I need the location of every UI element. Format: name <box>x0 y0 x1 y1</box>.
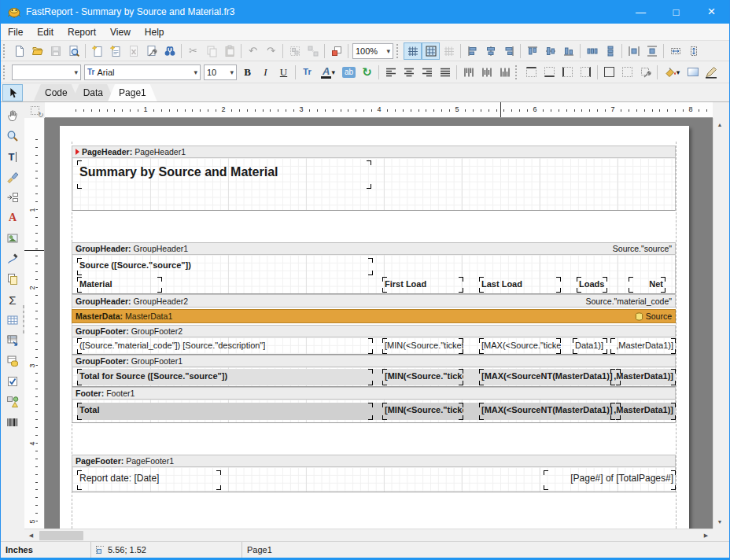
background-color-button[interactable] <box>684 64 702 81</box>
frame-left-button[interactable] <box>559 64 577 81</box>
center-h-in-band-button[interactable] <box>625 42 643 60</box>
text-align-right-button[interactable] <box>418 64 436 81</box>
checkbox-object-button[interactable] <box>2 371 23 392</box>
toolbar-grip[interactable] <box>3 44 7 58</box>
band-header-groupfooter1[interactable]: GroupFooter:GroupFooter1 <box>72 355 676 367</box>
menu-file[interactable]: File <box>1 24 30 40</box>
select-tool-button[interactable] <box>2 84 23 101</box>
highlight-button[interactable]: ab <box>340 64 358 81</box>
column-header-net[interactable]: Net <box>629 277 665 293</box>
close-button[interactable]: × <box>694 0 729 24</box>
toolbar-grip[interactable] <box>396 44 400 58</box>
vertical-scrollbar[interactable]: ▲ ▼ <box>713 118 726 529</box>
horizontal-scroll-thumb[interactable] <box>39 531 83 540</box>
minimize-button[interactable]: — <box>623 0 658 24</box>
scroll-right-button[interactable]: ▶ <box>699 529 713 542</box>
align-rights-button[interactable] <box>500 42 518 60</box>
bring-to-front-button[interactable] <box>327 42 345 60</box>
frame-right-button[interactable] <box>577 64 595 81</box>
min-ticket-object[interactable]: [MIN(<Source."ticket_di <box>382 369 463 385</box>
toolbar-grip[interactable] <box>3 65 7 79</box>
min-ticket-object[interactable]: [MIN(<Source."ticket_di <box>382 338 463 354</box>
shape-object-button[interactable] <box>2 392 23 412</box>
align-bottoms-button[interactable] <box>559 42 577 60</box>
align-centers-button[interactable] <box>481 42 500 60</box>
draw-object-button[interactable] <box>2 249 23 269</box>
picture-object-button[interactable] <box>2 228 23 249</box>
text-align-justify-button[interactable] <box>436 64 454 81</box>
valign-bottom-button[interactable] <box>496 64 514 81</box>
sum-object[interactable]: ,MasterData1)] <box>610 338 676 354</box>
band-header-groupheader2[interactable]: GroupHeader:GroupHeader2 Source."materia… <box>72 294 676 308</box>
band-header-pageheader1[interactable]: PageHeader:PageHeader1 <box>72 146 676 158</box>
new-page-button[interactable] <box>88 42 106 60</box>
zoom-select[interactable]: 100%▾ <box>352 43 393 59</box>
menu-view[interactable]: View <box>103 24 138 40</box>
size-to-grid-button[interactable] <box>440 42 458 60</box>
save-report-button[interactable] <box>46 42 65 60</box>
scroll-up-button[interactable]: ▲ <box>713 118 726 131</box>
menu-help[interactable]: Help <box>138 24 171 40</box>
maximize-button[interactable]: □ <box>658 0 694 24</box>
scroll-down-button[interactable]: ▼ <box>713 515 726 529</box>
preview-button[interactable] <box>65 42 83 60</box>
material-description-object[interactable]: ([Source."material_code"]) [Source."desc… <box>77 338 373 354</box>
page-number-object[interactable]: [Page#] of [TotalPages#] <box>544 470 676 490</box>
horizontal-scrollbar[interactable]: ◀ ▶ <box>24 529 713 541</box>
align-to-grid-button[interactable] <box>422 42 440 60</box>
style-select[interactable]: ▾ <box>12 64 81 80</box>
text-color-button[interactable]: A▾ <box>316 64 340 81</box>
ruler-corner[interactable]: ↻ <box>24 102 45 118</box>
column-header-last-load[interactable]: Last Load <box>479 277 561 293</box>
toolbar-grip[interactable] <box>515 65 519 79</box>
same-width-button[interactable] <box>666 42 684 60</box>
report-title-object[interactable]: Summary by Source and Material <box>77 160 371 189</box>
max-count-object[interactable]: [MAX(<SourceNT(MasterData1)] <box>479 369 621 385</box>
frame-color-button[interactable] <box>702 64 720 81</box>
data-object-button[interactable] <box>2 351 23 371</box>
fill-color-button[interactable]: ▾ <box>660 64 684 81</box>
underline-button[interactable]: U <box>275 64 293 81</box>
table-object-button[interactable] <box>2 310 23 330</box>
max-ticket-object[interactable]: [MAX(<Source."ticket_c <box>479 338 561 354</box>
italic-button[interactable]: I <box>256 64 275 81</box>
band-header-masterdata1[interactable]: MasterData:MasterData1 Source <box>72 309 676 323</box>
align-middles-button[interactable] <box>541 42 559 60</box>
scroll-left-button[interactable]: ◀ <box>24 529 38 542</box>
column-header-first-load[interactable]: First Load <box>382 277 463 293</box>
text-editor-tool-button[interactable]: T <box>2 146 23 167</box>
paste-button[interactable] <box>220 42 238 60</box>
font-name-select[interactable]: TrArial▾ <box>84 64 201 80</box>
space-vertically-button[interactable] <box>601 42 619 60</box>
delete-page-button[interactable] <box>124 42 142 60</box>
cut-button[interactable]: ✂ <box>184 42 202 60</box>
barcode-object-button[interactable] <box>2 412 23 433</box>
space-horizontally-button[interactable] <box>583 42 601 60</box>
count-object[interactable]: Data1)] <box>573 338 607 354</box>
sum-object[interactable]: ,MasterData1)] <box>610 403 676 420</box>
copy-button[interactable] <box>202 42 220 60</box>
max-count-object[interactable]: [MAX(<SourceNT(MasterData1)] <box>479 403 621 420</box>
tab-data[interactable]: Data <box>72 84 114 101</box>
redo-button[interactable]: ↷ <box>262 42 280 60</box>
bold-button[interactable]: B <box>238 64 256 81</box>
zoom-tool-button[interactable] <box>2 126 23 146</box>
same-height-button[interactable] <box>684 42 702 60</box>
sum-object[interactable]: ,MasterData1)] <box>610 369 676 385</box>
font-size-select[interactable]: 10▾ <box>204 64 237 80</box>
tab-page1[interactable]: Page1 <box>108 84 157 101</box>
font-color-button[interactable]: Tr <box>298 64 316 81</box>
group-label-object[interactable]: Source ([Source."source"]) <box>77 258 373 275</box>
new-dialog-button[interactable] <box>106 42 124 60</box>
show-grid-button[interactable] <box>404 42 422 60</box>
band-header-pagefooter1[interactable]: PageFooter:PageFooter1 <box>72 455 676 467</box>
menu-report[interactable]: Report <box>61 24 103 40</box>
undo-button[interactable]: ↶ <box>244 42 262 60</box>
report-date-object[interactable]: Report date: [Date] <box>77 470 221 490</box>
column-header-material[interactable]: Material <box>77 277 162 293</box>
design-surface[interactable]: PageHeader:PageHeader1 Summary by Source… <box>45 118 713 529</box>
page-settings-button[interactable] <box>142 42 160 60</box>
new-report-button[interactable] <box>10 42 28 60</box>
crosstab-object-button[interactable] <box>2 330 23 351</box>
frame-editor-button[interactable] <box>636 64 654 81</box>
